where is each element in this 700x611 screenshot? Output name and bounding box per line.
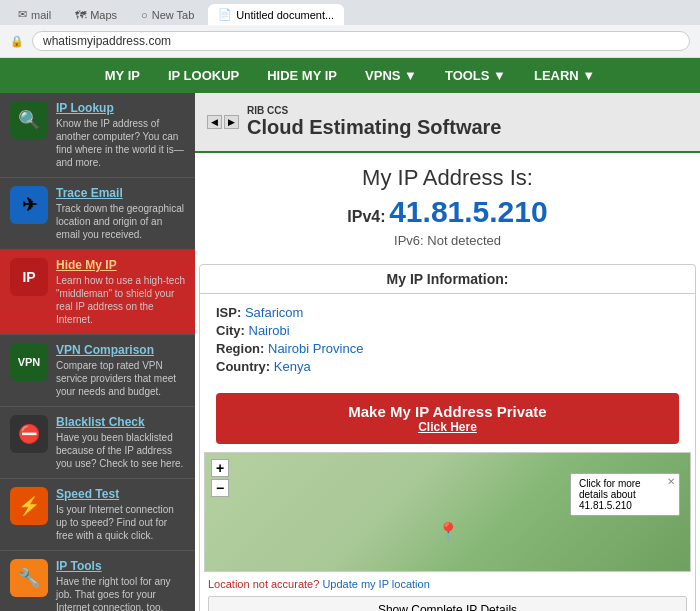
region-value: Nairobi Province	[268, 341, 363, 356]
sidebar-item-hidemyip[interactable]: IP Hide My IP Learn how to use a high-te…	[0, 250, 195, 335]
tabs-bar: ✉ mail 🗺 Maps ○ New Tab 📄 Untitled docum…	[0, 0, 700, 25]
iplookup-text: IP Lookup Know the IP address of another…	[56, 101, 185, 169]
main-layout: 🔍 IP Lookup Know the IP address of anoth…	[0, 93, 700, 611]
nav-iplookup[interactable]: IP LOOKUP	[154, 58, 253, 93]
ipv4-address: 41.81.5.210	[389, 195, 547, 228]
traceemail-icon: ✈	[10, 186, 48, 224]
info-box-header: My IP Information:	[200, 265, 695, 294]
ad-main: Cloud Estimating Software	[247, 116, 501, 139]
cta-sub-text: Click Here	[232, 420, 663, 434]
speedtest-icon: ⚡	[10, 487, 48, 525]
map-zoom-in-btn[interactable]: +	[211, 459, 229, 477]
vpn-desc: Compare top rated VPN service providers …	[56, 359, 185, 398]
traceemail-text: Trace Email Track down the geographical …	[56, 186, 185, 241]
ip-section: My IP Address Is: IPv4: 41.81.5.210 IPv6…	[195, 153, 700, 264]
sidebar-item-blacklist[interactable]: ⛔ Blacklist Check Have you been blacklis…	[0, 407, 195, 479]
nav-tools[interactable]: TOOLS ▼	[431, 58, 520, 93]
info-rows: ISP: Safaricom City: Nairobi Region: Nai…	[200, 294, 695, 385]
sidebar: 🔍 IP Lookup Know the IP address of anoth…	[0, 93, 195, 611]
vpn-icon: VPN	[10, 343, 48, 381]
info-row-isp: ISP: Safaricom	[216, 305, 679, 320]
info-box: My IP Information: ISP: Safaricom City: …	[199, 264, 696, 611]
show-details-button[interactable]: Show Complete IP Details	[208, 596, 687, 611]
blacklist-icon: ⛔	[10, 415, 48, 453]
mail-icon: ✉	[18, 8, 27, 21]
ad-next-btn[interactable]: ▶	[224, 115, 239, 129]
hidemyip-desc: Learn how to use a high-tech "middleman"…	[56, 274, 185, 326]
tab-newtab[interactable]: ○ New Tab	[131, 5, 204, 25]
city-label: City:	[216, 323, 249, 338]
tab-mail[interactable]: ✉ mail	[8, 4, 61, 25]
tab-newtab-label: New Tab	[152, 9, 195, 21]
ipv6-label: IPv6:	[394, 233, 424, 248]
ad-title: RIB CCS	[247, 105, 501, 116]
iplookup-desc: Know the IP address of another computer?…	[56, 117, 185, 169]
info-row-country: Country: Kenya	[216, 359, 679, 374]
vpn-title: VPN Comparison	[56, 343, 185, 357]
sidebar-item-iptools[interactable]: 🔧 IP Tools Have the right tool for any j…	[0, 551, 195, 611]
info-row-region: Region: Nairobi Province	[216, 341, 679, 356]
iptools-text: IP Tools Have the right tool for any job…	[56, 559, 185, 611]
country-value: Kenya	[274, 359, 311, 374]
hidemyip-text: Hide My IP Learn how to use a high-tech …	[56, 258, 185, 326]
blacklist-text: Blacklist Check Have you been blackliste…	[56, 415, 185, 470]
iptools-title: IP Tools	[56, 559, 185, 573]
traceemail-title: Trace Email	[56, 186, 185, 200]
ipv4-label: IPv4:	[347, 208, 385, 225]
map-bg: + − 📍 ✕ Click for more details about 41.…	[205, 453, 690, 571]
map-tooltip-text: Click for more details about 41.81.5.210	[579, 478, 641, 511]
newtab-icon: ○	[141, 9, 148, 21]
nav-vpns[interactable]: VPNS ▼	[351, 58, 431, 93]
location-warn-text: Location not accurate?	[208, 578, 319, 590]
location-warn: Location not accurate? Update my IP loca…	[200, 576, 695, 592]
maps-icon: 🗺	[75, 9, 86, 21]
url-bar[interactable]: whatismyipaddress.com	[32, 31, 690, 51]
blacklist-title: Blacklist Check	[56, 415, 185, 429]
map-credit: Leaflet | © OpenStreetMap Terms	[205, 571, 690, 572]
map-pin: 📍	[437, 521, 459, 543]
isp-value: Safaricom	[245, 305, 304, 320]
cta-main-text: Make My IP Address Private	[348, 403, 546, 420]
content-area: ◀ ▶ RIB CCS Cloud Estimating Software My…	[195, 93, 700, 611]
ip-address-line: IPv4: 41.81.5.210	[211, 195, 684, 229]
speedtest-desc: Is your Internet connection up to speed?…	[56, 503, 185, 542]
hidemyip-icon: IP	[10, 258, 48, 296]
iplookup-title: IP Lookup	[56, 101, 185, 115]
update-location-link[interactable]: Update my IP location	[322, 578, 429, 590]
blacklist-desc: Have you been blacklisted because of the…	[56, 431, 185, 470]
city-value: Nairobi	[249, 323, 290, 338]
cta-button[interactable]: Make My IP Address Private Click Here	[216, 393, 679, 444]
hidemyip-title: Hide My IP	[56, 258, 185, 272]
iplookup-icon: 🔍	[10, 101, 48, 139]
tab-maps[interactable]: 🗺 Maps	[65, 5, 127, 25]
ipv6-value: Not detected	[427, 233, 501, 248]
tab-doc[interactable]: 📄 Untitled document...	[208, 4, 344, 25]
tab-maps-label: Maps	[90, 9, 117, 21]
speedtest-text: Speed Test Is your Internet connection u…	[56, 487, 185, 542]
ad-banner: ◀ ▶ RIB CCS Cloud Estimating Software	[195, 93, 700, 153]
iptools-desc: Have the right tool for any job. That go…	[56, 575, 185, 611]
sidebar-item-vpn[interactable]: VPN VPN Comparison Compare top rated VPN…	[0, 335, 195, 407]
sidebar-item-traceemail[interactable]: ✈ Trace Email Track down the geographica…	[0, 178, 195, 250]
sidebar-item-speedtest[interactable]: ⚡ Speed Test Is your Internet connection…	[0, 479, 195, 551]
ad-content: RIB CCS Cloud Estimating Software	[247, 105, 501, 139]
vpn-text: VPN Comparison Compare top rated VPN ser…	[56, 343, 185, 398]
map-zoom-out-btn[interactable]: −	[211, 479, 229, 497]
tab-mail-label: mail	[31, 9, 51, 21]
map-tooltip: ✕ Click for more details about 41.81.5.2…	[570, 473, 680, 516]
sidebar-item-iplookup[interactable]: 🔍 IP Lookup Know the IP address of anoth…	[0, 93, 195, 178]
traceemail-desc: Track down the geographical location and…	[56, 202, 185, 241]
ad-nav-btns: ◀ ▶	[207, 115, 239, 129]
map-container: + − 📍 ✕ Click for more details about 41.…	[204, 452, 691, 572]
nav-learn[interactable]: LEARN ▼	[520, 58, 609, 93]
tab-doc-label: Untitled document...	[236, 9, 334, 21]
nav-myip[interactable]: MY IP	[91, 58, 154, 93]
country-label: Country:	[216, 359, 274, 374]
main-nav: MY IP IP LOOKUP HIDE MY IP VPNS ▼ TOOLS …	[0, 58, 700, 93]
nav-hidemyip[interactable]: HIDE MY IP	[253, 58, 351, 93]
ipv6-line: IPv6: Not detected	[211, 233, 684, 248]
map-tooltip-close[interactable]: ✕	[667, 476, 675, 487]
ad-prev-btn[interactable]: ◀	[207, 115, 222, 129]
doc-icon: 📄	[218, 8, 232, 21]
iptools-icon: 🔧	[10, 559, 48, 597]
